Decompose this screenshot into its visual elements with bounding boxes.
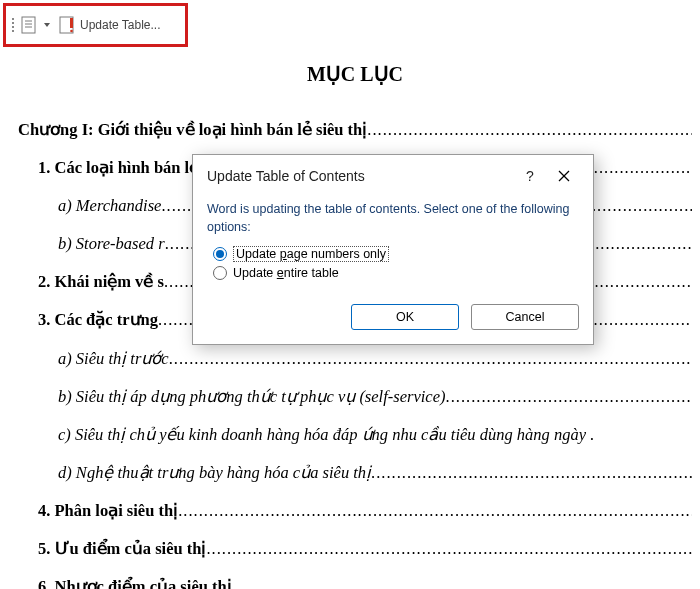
close-button[interactable] <box>547 165 581 187</box>
chevron-down-icon[interactable] <box>44 23 50 27</box>
svg-point-6 <box>70 30 73 33</box>
toc-h6: 6. Nhược điểm của siêu thị <box>38 575 232 589</box>
leader-dots <box>169 347 692 370</box>
toc-h3c: c) Siêu thị chủ yếu kinh doanh hàng hóa … <box>58 423 594 446</box>
toc-h1: 1. Các loại hình bán lẻ <box>38 156 199 179</box>
toolbar-highlight: Update Table... <box>3 3 188 47</box>
toc-toolbar: Update Table... <box>6 6 185 44</box>
leader-dots <box>178 499 692 522</box>
radio-unselected-icon <box>213 266 227 280</box>
toc-h2: 2. Khái niệm về s <box>38 270 164 293</box>
chapter-heading: Chương I: Giới thiệu về loại hình bán lẻ… <box>18 118 367 141</box>
cancel-button[interactable]: Cancel <box>471 304 579 330</box>
toc-h1b: b) Store-based r <box>58 232 165 255</box>
toc-h3d: d) Nghệ thuật trưng bày hàng hóa của siê… <box>58 461 371 484</box>
toc-dropdown-button[interactable] <box>20 16 38 34</box>
toc-h5: 5. Ưu điểm của siêu thị <box>38 537 206 560</box>
toc-h4: 4. Phân loại siêu thị <box>38 499 178 522</box>
update-table-button[interactable]: Update Table... <box>80 18 161 32</box>
toc-h1a: a) Merchandise <box>58 194 161 217</box>
update-toc-dialog: Update Table of Contents ? Word is updat… <box>192 154 594 345</box>
radio-entire-table[interactable]: Update entire table <box>213 266 579 280</box>
ok-button[interactable]: OK <box>351 304 459 330</box>
grip-icon <box>12 18 14 32</box>
leader-dots <box>446 385 693 408</box>
update-table-icon[interactable] <box>58 16 76 34</box>
radio-page-numbers-only[interactable]: Update page numbers only <box>213 246 579 262</box>
leader-dots <box>367 118 692 141</box>
radio-label-page-numbers: Update page numbers only <box>233 246 389 262</box>
dialog-message: Word is updating the table of contents. … <box>207 201 579 236</box>
svg-rect-0 <box>22 17 35 33</box>
help-button[interactable]: ? <box>513 165 547 187</box>
radio-selected-icon <box>213 247 227 261</box>
leader-dots <box>206 537 692 560</box>
radio-label-entire-table: Update entire table <box>233 266 339 280</box>
toc-h3: 3. Các đặc trưng <box>38 308 158 331</box>
leader-dots <box>371 461 692 484</box>
close-icon <box>558 170 570 182</box>
toc-h3b: b) Siêu thị áp dụng phương thức tự phục … <box>58 385 446 408</box>
doc-title: MỤC LỤC <box>18 60 692 88</box>
toc-h3a: a) Siêu thị trước <box>58 347 169 370</box>
leader-dots <box>232 575 692 589</box>
dialog-title: Update Table of Contents <box>207 168 365 184</box>
svg-rect-5 <box>70 18 73 28</box>
